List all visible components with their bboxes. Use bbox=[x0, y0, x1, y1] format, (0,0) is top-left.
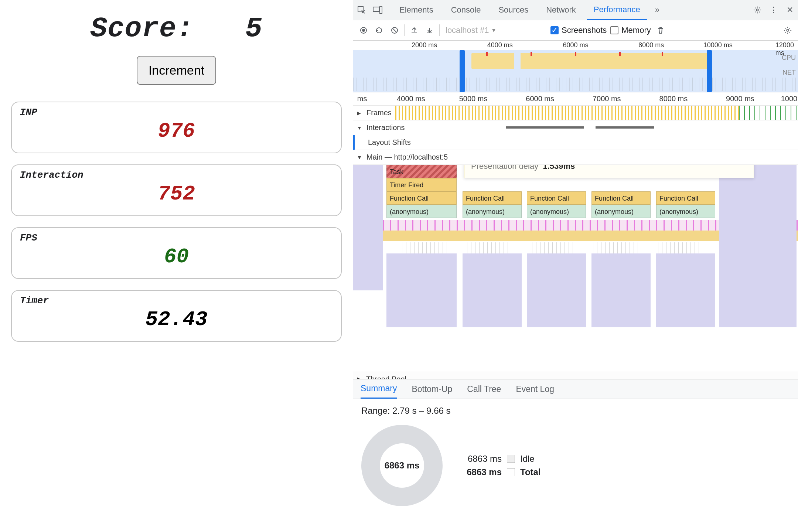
flame-stack bbox=[527, 253, 586, 327]
tracks-area: ▶ Frames ▼ Interactions Layout Shifts bbox=[353, 106, 798, 379]
track-main[interactable]: ▼ Main — http://localhost:5 bbox=[353, 150, 798, 165]
score-label: Score: bbox=[90, 13, 194, 45]
flame-block-timerfired[interactable]: Timer Fired bbox=[386, 178, 457, 191]
device-toolbar-icon[interactable] bbox=[372, 4, 383, 16]
ruler-tick: 8000 ms bbox=[638, 41, 664, 49]
collapse-icon: ▼ bbox=[357, 154, 363, 160]
flame-block-anonymous[interactable]: (anonymous) bbox=[386, 205, 457, 218]
legend-total-num: 6863 ms bbox=[457, 467, 502, 477]
collapse-icon: ▼ bbox=[357, 125, 363, 131]
flame-stack bbox=[463, 253, 522, 327]
metric-label: Interaction bbox=[20, 170, 333, 181]
download-profile-icon[interactable] bbox=[424, 24, 436, 36]
ruler-tick: 8000 ms bbox=[659, 95, 688, 103]
tab-console[interactable]: Console bbox=[444, 0, 488, 20]
ruler-tick: 4000 ms bbox=[487, 41, 513, 49]
screenshots-checkbox[interactable]: ✓ Screenshots bbox=[550, 25, 607, 35]
ruler-tick: 6000 ms bbox=[563, 41, 588, 49]
summary-donut-center: 6863 ms bbox=[385, 460, 420, 471]
tab-elements[interactable]: Elements bbox=[393, 0, 440, 20]
kebab-menu-icon[interactable]: ⋮ bbox=[768, 4, 780, 16]
svg-point-7 bbox=[787, 29, 789, 31]
tab-network[interactable]: Network bbox=[539, 0, 583, 20]
track-interactions[interactable]: ▼ Interactions bbox=[353, 120, 798, 135]
ruler-tick: 5000 ms bbox=[459, 95, 488, 103]
flame-block-functioncall[interactable]: Function Call bbox=[527, 191, 586, 205]
svg-rect-1 bbox=[373, 7, 379, 11]
btab-bottomup[interactable]: Bottom-Up bbox=[412, 379, 452, 399]
devtools-pane: Elements Console Sources Network Perform… bbox=[353, 0, 798, 532]
btab-eventlog[interactable]: Event Log bbox=[516, 379, 554, 399]
legend-idle-num: 6863 ms bbox=[457, 454, 502, 464]
flame-block-anonymous[interactable]: (anonymous) bbox=[656, 205, 715, 218]
recording-select[interactable]: localhost #1 ▼ bbox=[443, 25, 547, 36]
summary-range: Range: 2.79 s – 9.66 s bbox=[361, 406, 790, 416]
chevron-down-icon: ▼ bbox=[491, 27, 496, 33]
tab-performance[interactable]: Performance bbox=[587, 0, 647, 20]
ruler-tick: 9000 ms bbox=[726, 95, 754, 103]
flame-block-functioncall[interactable]: Function Call bbox=[591, 191, 651, 205]
screenshots-label: Screenshots bbox=[562, 25, 607, 35]
track-threadpool[interactable]: ▶ Thread Pool bbox=[353, 372, 798, 379]
lane-label-net: NET bbox=[782, 69, 796, 76]
metric-label: Timer bbox=[20, 295, 333, 306]
track-label: Frames bbox=[366, 109, 392, 117]
svg-point-3 bbox=[756, 9, 758, 11]
metric-card-fps: FPS 60 bbox=[11, 227, 342, 279]
btab-calltree[interactable]: Call Tree bbox=[467, 379, 501, 399]
reload-record-icon[interactable] bbox=[373, 24, 385, 36]
track-layoutshifts[interactable]: Layout Shifts bbox=[353, 135, 798, 150]
timeline-overview[interactable]: 2000 ms 4000 ms 6000 ms 8000 ms 10000 ms… bbox=[353, 41, 798, 92]
flame-block-anonymous[interactable]: (anonymous) bbox=[463, 205, 522, 218]
ruler-tick: 10000 ms bbox=[703, 41, 733, 49]
btab-summary[interactable]: Summary bbox=[361, 379, 397, 399]
flame-block-anonymous[interactable]: (anonymous) bbox=[527, 205, 586, 218]
overview-cpu-activity bbox=[471, 53, 709, 69]
clear-icon[interactable] bbox=[389, 24, 400, 36]
summary-legend: 6863 ms Idle 6863 ms Total bbox=[457, 451, 541, 480]
flame-block-functioncall[interactable]: Function Call bbox=[386, 191, 457, 205]
metric-label: INP bbox=[20, 107, 333, 118]
capture-settings-gear-icon[interactable] bbox=[782, 24, 794, 36]
performance-toolbar: localhost #1 ▼ ✓ Screenshots Memory bbox=[353, 20, 798, 41]
legend-swatch-idle bbox=[507, 455, 515, 463]
flame-stack bbox=[719, 165, 797, 327]
increment-button[interactable]: Increment bbox=[137, 56, 216, 85]
expand-icon: ▶ bbox=[357, 375, 362, 379]
flame-block-functioncall[interactable]: Function Call bbox=[656, 191, 715, 205]
more-tabs-icon[interactable]: » bbox=[651, 4, 663, 16]
settings-gear-icon[interactable] bbox=[751, 4, 763, 16]
flame-block-task[interactable]: Task bbox=[386, 165, 457, 178]
app-pane: Score: 5 Increment INP 976 Interaction 7… bbox=[0, 0, 353, 532]
tooltip-row-label: Presentation delay bbox=[471, 165, 538, 171]
close-devtools-icon[interactable]: ✕ bbox=[784, 4, 796, 16]
recording-select-label: localhost #1 bbox=[446, 25, 489, 35]
main-ruler[interactable]: ms 4000 ms 5000 ms 6000 ms 7000 ms 8000 … bbox=[353, 92, 798, 106]
details-tabbar: Summary Bottom-Up Call Tree Event Log bbox=[353, 379, 798, 399]
metric-card-inp: INP 976 bbox=[11, 102, 342, 153]
flame-chart[interactable]: Task Timer Fired Function Call (anonymou… bbox=[353, 165, 798, 372]
garbage-collect-icon[interactable] bbox=[655, 24, 666, 36]
memory-checkbox[interactable]: Memory bbox=[610, 25, 651, 35]
checkbox-checked-icon: ✓ bbox=[550, 26, 559, 34]
ruler-tick: 4000 ms bbox=[397, 95, 425, 103]
tab-sources[interactable]: Sources bbox=[492, 0, 535, 20]
ruler-tick: 6000 ms bbox=[526, 95, 554, 103]
flame-stack bbox=[656, 253, 715, 327]
interaction-tooltip: 749.74 ms Pointer Long interaction is in… bbox=[464, 165, 754, 178]
svg-rect-2 bbox=[380, 6, 382, 14]
legend-total-label: Total bbox=[520, 467, 541, 477]
metric-card-timer: Timer 52.43 bbox=[11, 290, 342, 342]
record-icon[interactable] bbox=[358, 24, 369, 36]
track-label: Layout Shifts bbox=[368, 138, 411, 147]
track-frames[interactable]: ▶ Frames bbox=[353, 106, 798, 120]
checkbox-unchecked-icon bbox=[610, 26, 618, 34]
flame-block-anonymous[interactable]: (anonymous) bbox=[591, 205, 651, 218]
summary-donut: 6863 ms bbox=[361, 425, 443, 506]
upload-profile-icon[interactable] bbox=[408, 24, 420, 36]
ruler-tick: 7000 ms bbox=[593, 95, 621, 103]
inspect-icon[interactable] bbox=[355, 4, 367, 16]
legend-idle-label: Idle bbox=[520, 454, 535, 464]
flame-block-functioncall[interactable]: Function Call bbox=[463, 191, 522, 205]
track-label: Interactions bbox=[366, 123, 405, 132]
